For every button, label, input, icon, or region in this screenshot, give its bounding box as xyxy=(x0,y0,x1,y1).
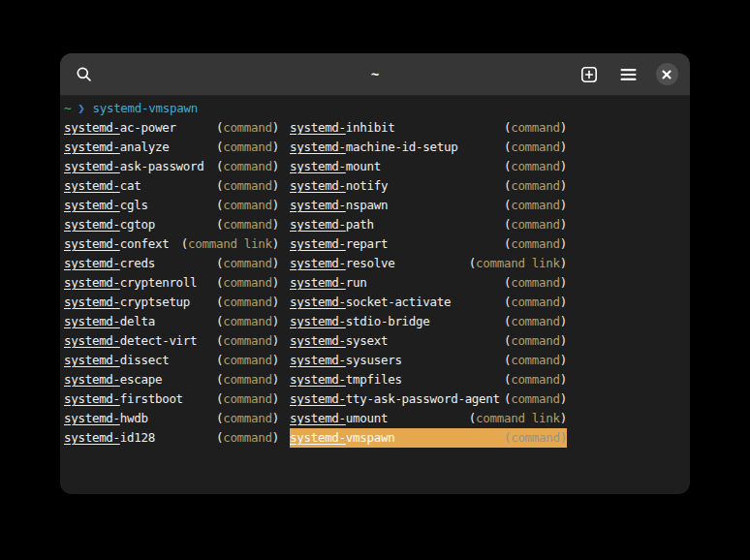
command-prefix: systemd- xyxy=(64,140,120,154)
command-description: (command) xyxy=(216,138,279,157)
command-rest: socket-activate xyxy=(346,295,451,309)
command-description: (command) xyxy=(216,118,279,138)
command-description: (command link) xyxy=(181,234,279,254)
completion-row: systemd-hwdb (command) systemd-umount (c… xyxy=(64,409,686,428)
terminal-screen[interactable]: ~❯systemd-vmspawn systemd-ac-power (comm… xyxy=(60,96,690,493)
completion-row: systemd-id128 (command) systemd-vmspawn … xyxy=(64,428,686,448)
command-prefix: systemd- xyxy=(64,353,120,367)
command-rest: ask-password xyxy=(120,159,204,173)
completion-item: systemd-cgls (command) xyxy=(64,196,279,215)
command-name: systemd-tty-ask-password-agent xyxy=(290,389,500,409)
command-description: (command) xyxy=(216,351,279,370)
command-rest: firstboot xyxy=(120,391,183,406)
command-name: systemd-escape xyxy=(64,370,162,389)
command-name: systemd-path xyxy=(290,215,374,234)
command-rest: creds xyxy=(120,256,155,270)
command-description: (command link) xyxy=(469,254,567,273)
command-prefix: systemd- xyxy=(290,198,346,212)
completion-item: systemd-path (command) xyxy=(290,215,567,234)
completion-list: systemd-ac-power (command) systemd-inhib… xyxy=(64,118,686,448)
command-name: systemd-socket-activate xyxy=(290,293,451,312)
command-name: systemd-repart xyxy=(290,234,388,254)
new-tab-button[interactable] xyxy=(575,60,604,89)
completion-item: systemd-sysusers (command) xyxy=(290,351,567,370)
search-button[interactable] xyxy=(70,60,99,89)
command-name: systemd-analyze xyxy=(64,138,169,157)
command-name: systemd-umount xyxy=(290,409,388,428)
completion-row: systemd-ac-power (command) systemd-inhib… xyxy=(64,118,686,138)
command-description: (command) xyxy=(504,176,567,196)
command-name: systemd-sysext xyxy=(290,331,388,351)
command-description: (command) xyxy=(216,370,279,389)
completion-row: systemd-creds (command) systemd-resolve … xyxy=(64,254,686,273)
command-rest: stdio-bridge xyxy=(346,314,430,328)
command-description: (command) xyxy=(216,196,279,215)
command-name: systemd-machine-id-setup xyxy=(290,138,457,157)
command-rest: cgtop xyxy=(120,217,155,232)
command-rest: confext xyxy=(120,236,170,251)
completion-item: systemd-ask-password (command) xyxy=(64,157,279,176)
prompt-line: ~❯systemd-vmspawn xyxy=(64,99,686,118)
completion-row: systemd-dissect (command) systemd-sysuse… xyxy=(64,351,686,370)
menu-icon xyxy=(620,68,637,81)
completion-item: systemd-dissect (command) xyxy=(64,351,279,370)
completion-item: systemd-confext (command link) xyxy=(64,234,279,254)
command-prefix: systemd- xyxy=(64,159,120,173)
command-name: systemd-sysusers xyxy=(290,351,402,370)
command-prefix: systemd- xyxy=(64,198,120,212)
close-button[interactable] xyxy=(652,60,681,89)
completion-row: systemd-ask-password (command) systemd-m… xyxy=(64,157,686,176)
command-prefix: systemd- xyxy=(290,411,346,425)
close-icon xyxy=(656,63,678,85)
command-name: systemd-confext xyxy=(64,234,169,254)
command-rest: repart xyxy=(346,236,388,251)
completion-item: systemd-mount (command) xyxy=(290,157,567,176)
command-name: systemd-cat xyxy=(64,176,141,196)
search-icon xyxy=(76,66,93,83)
command-prefix: systemd- xyxy=(64,295,120,309)
completion-row: systemd-confext (command link) systemd-r… xyxy=(64,234,686,254)
menu-button[interactable] xyxy=(613,60,642,89)
completion-row: systemd-escape (command) systemd-tmpfile… xyxy=(64,370,686,389)
command-description: (command) xyxy=(216,428,279,448)
command-rest: inhibit xyxy=(346,120,395,135)
command-rest: vmspawn xyxy=(346,430,395,445)
command-description: (command) xyxy=(504,234,567,254)
command-prefix: systemd- xyxy=(290,120,346,135)
command-prefix: systemd- xyxy=(64,391,120,406)
command-rest: tmpfiles xyxy=(346,372,402,387)
completion-item: systemd-cgtop (command) xyxy=(64,215,279,234)
command-description: (command) xyxy=(504,389,567,409)
command-rest: mount xyxy=(346,159,381,173)
command-prefix: systemd- xyxy=(64,236,120,251)
console-window: ~ xyxy=(60,53,690,494)
command-prefix: systemd- xyxy=(64,372,120,387)
completion-item: systemd-escape (command) xyxy=(64,370,279,389)
command-prefix: systemd- xyxy=(290,236,346,251)
command-rest: umount xyxy=(346,411,388,425)
command-prefix: systemd- xyxy=(290,295,346,309)
command-rest: escape xyxy=(120,372,162,387)
command-description: (command) xyxy=(216,273,279,293)
command-rest: cryptsetup xyxy=(120,295,190,309)
completion-item: systemd-analyze (command) xyxy=(64,138,279,157)
command-name: systemd-run xyxy=(290,273,367,293)
command-description: (command) xyxy=(504,428,567,448)
command-name: systemd-cryptenroll xyxy=(64,273,197,293)
completion-item: systemd-nspawn (command) xyxy=(290,196,567,215)
command-rest: sysusers xyxy=(346,353,402,367)
command-rest: id128 xyxy=(120,430,155,445)
command-prefix: systemd- xyxy=(64,333,120,348)
command-description: (command) xyxy=(216,254,279,273)
command-rest: resolve xyxy=(346,256,395,270)
command-prefix: systemd- xyxy=(64,256,120,270)
command-name: systemd-id128 xyxy=(64,428,155,448)
completion-item: systemd-cryptenroll (command) xyxy=(64,273,279,293)
command-prefix: systemd- xyxy=(290,275,346,290)
completion-row: systemd-cryptenroll (command) systemd-ru… xyxy=(64,273,686,293)
command-name: systemd-creds xyxy=(64,254,155,273)
headerbar-actions xyxy=(575,60,681,89)
command-description: (command) xyxy=(216,389,279,409)
command-rest: cat xyxy=(120,178,141,193)
command-description: (command) xyxy=(216,293,279,312)
